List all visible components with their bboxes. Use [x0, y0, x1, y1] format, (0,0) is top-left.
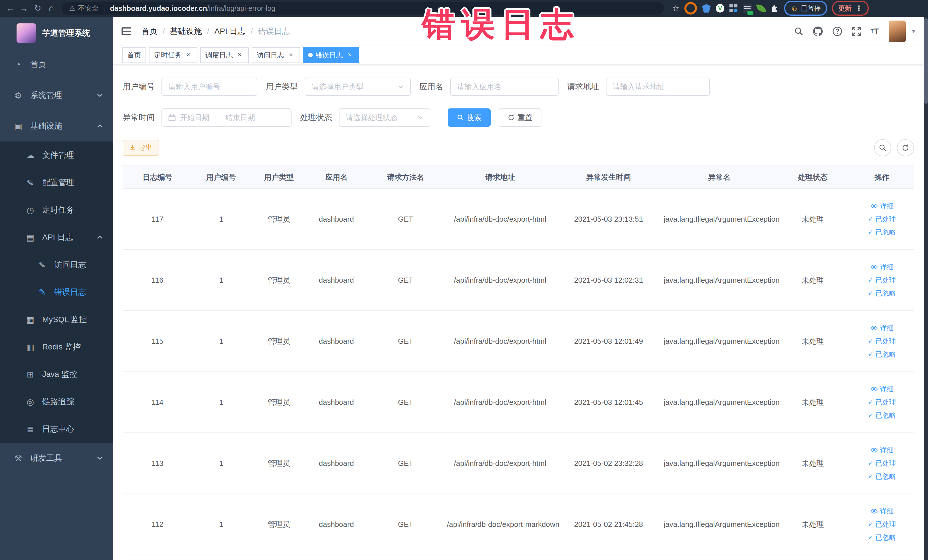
- cell-user_type: 管理员: [250, 311, 308, 372]
- avatar-caret-icon[interactable]: ▾: [912, 27, 915, 35]
- forward-icon[interactable]: →: [17, 2, 31, 15]
- sidebar-item-home[interactable]: ◔首页: [0, 49, 113, 80]
- page-scrollbar[interactable]: [924, 17, 928, 560]
- extension-switch-icon[interactable]: [743, 4, 752, 12]
- detail-link[interactable]: 详细: [850, 262, 913, 272]
- infrastructure-icon: ▣: [13, 121, 23, 131]
- cloud-icon: ☁: [25, 150, 35, 160]
- breadcrumb-item: 错误日志: [258, 26, 290, 37]
- close-icon[interactable]: ×: [346, 51, 354, 59]
- processed-link[interactable]: ✓已处理: [850, 520, 913, 529]
- ignored-link[interactable]: ✓已忽略: [850, 350, 913, 359]
- column-header: 操作: [850, 166, 914, 189]
- sidebar-item-access-log[interactable]: ✎访问日志: [0, 251, 113, 278]
- tag-tab-访问日志[interactable]: 访问日志×: [252, 47, 300, 63]
- fullscreen-icon[interactable]: [852, 27, 861, 36]
- sidebar-item-config-management[interactable]: ✎配置管理: [0, 169, 113, 196]
- sidebar-item-trace[interactable]: ◎链路追踪: [0, 388, 113, 415]
- user-id-input[interactable]: [162, 78, 257, 96]
- search-icon[interactable]: [794, 27, 803, 36]
- back-icon[interactable]: ←: [3, 2, 17, 15]
- processed-link[interactable]: ✓已处理: [850, 398, 913, 407]
- tag-tab-定时任务[interactable]: 定时任务×: [149, 47, 197, 63]
- user-avatar[interactable]: [888, 21, 906, 42]
- table-row: 1151管理员dashboardGET/api/infra/db-doc/exp…: [123, 311, 914, 372]
- app-name-input[interactable]: [450, 78, 559, 96]
- ignored-link[interactable]: ✓已忽略: [850, 472, 913, 481]
- sidebar-item-redis-monitor[interactable]: ▥Redis 监控: [0, 333, 113, 360]
- kebab-menu-icon[interactable]: ⋮: [856, 4, 862, 12]
- browser-update-button[interactable]: 更新 ⋮: [832, 1, 868, 16]
- ignored-link[interactable]: ✓已忽略: [850, 533, 913, 542]
- home-icon[interactable]: ⌂: [44, 2, 58, 15]
- sidebar-item-system-management[interactable]: ⚙系统管理: [0, 80, 113, 111]
- sidebar-item-dev-tools[interactable]: ⚒研发工具: [0, 443, 113, 473]
- extension-shield-icon[interactable]: [702, 4, 711, 12]
- address-bar[interactable]: ⚠ 不安全 dashboard.yudao.iocoder.cn/infra/l…: [62, 2, 664, 15]
- processed-link[interactable]: ✓已处理: [850, 215, 913, 224]
- close-icon[interactable]: ×: [236, 51, 244, 59]
- reset-button[interactable]: 重置: [499, 108, 542, 127]
- start-date-placeholder[interactable]: 开始日期: [180, 113, 209, 123]
- breadcrumb-item[interactable]: 基础设施: [170, 26, 202, 37]
- reload-icon[interactable]: ↻: [31, 2, 44, 15]
- ignored-link[interactable]: ✓已忽略: [850, 289, 913, 298]
- breadcrumb-item[interactable]: 首页: [142, 26, 157, 37]
- ignored-link[interactable]: ✓已忽略: [850, 411, 913, 420]
- detail-link[interactable]: 详细: [850, 385, 913, 394]
- font-size-icon[interactable]: TT: [871, 26, 879, 36]
- paused-extension-chip[interactable]: ☺ 已暂停: [784, 1, 827, 16]
- tag-tab-首页[interactable]: 首页: [122, 47, 146, 63]
- sidebar-item-log-center[interactable]: ≣日志中心: [0, 415, 113, 443]
- detail-link[interactable]: 详细: [850, 446, 913, 455]
- app-logo-row[interactable]: 芋道管理系统: [0, 17, 113, 49]
- processed-link[interactable]: ✓已处理: [850, 337, 913, 346]
- breadcrumb-separator: /: [250, 27, 253, 36]
- sidebar-item-error-log[interactable]: ✎错误日志: [0, 278, 113, 306]
- extension-grid-icon[interactable]: [730, 4, 738, 12]
- search-button[interactable]: 搜索: [448, 108, 491, 127]
- breadcrumb-item[interactable]: API 日志: [215, 26, 246, 37]
- user-type-select[interactable]: 请选择用户类型: [305, 78, 411, 96]
- sidebar-item-mysql-monitor[interactable]: ▦MySQL 监控: [0, 306, 113, 333]
- processed-link[interactable]: ✓已处理: [850, 276, 913, 285]
- cell-user_type: 管理员: [250, 433, 308, 494]
- detail-link[interactable]: 详细: [850, 201, 913, 211]
- sidebar-item-file-management[interactable]: ☁文件管理: [0, 142, 113, 169]
- extension-orange-icon[interactable]: [684, 2, 697, 15]
- sidebar-item-java-monitor[interactable]: ⊞Java 监控: [0, 360, 113, 388]
- close-icon[interactable]: ×: [287, 51, 295, 59]
- security-label[interactable]: 不安全: [78, 4, 99, 13]
- close-icon[interactable]: ×: [184, 51, 192, 59]
- cell-app: dashboard: [308, 189, 365, 250]
- select-placeholder: 请选择用户类型: [311, 82, 363, 92]
- ignored-link[interactable]: ✓已忽略: [850, 227, 913, 237]
- refresh-icon[interactable]: [897, 139, 914, 156]
- extension-v-icon[interactable]: V: [716, 4, 724, 12]
- sidebar-item-api-log[interactable]: ▤API 日志: [0, 224, 113, 251]
- export-button[interactable]: 导出: [123, 140, 159, 156]
- bookmark-star-icon[interactable]: ☆: [672, 4, 679, 13]
- extension-sprout-icon[interactable]: [756, 3, 766, 14]
- detail-link[interactable]: 详细: [850, 323, 913, 333]
- extensions-puzzle-icon[interactable]: [771, 4, 779, 12]
- date-range-picker[interactable]: 开始日期 - 结束日期: [162, 108, 292, 127]
- tag-tab-调度日志[interactable]: 调度日志×: [200, 47, 249, 63]
- toggle-search-icon[interactable]: [874, 139, 891, 156]
- scrollbar-thumb[interactable]: [924, 18, 928, 104]
- cell-method: GET: [365, 494, 446, 555]
- cell-status: 未处理: [776, 372, 850, 433]
- cell-exception: java.lang.IllegalArgumentException: [663, 494, 776, 555]
- tag-tab-错误日志[interactable]: 错误日志×: [303, 47, 359, 63]
- github-icon[interactable]: [813, 26, 823, 36]
- detail-link[interactable]: 详细: [850, 507, 913, 516]
- request-url-input[interactable]: [606, 78, 710, 96]
- help-icon[interactable]: [832, 26, 842, 36]
- hamburger-icon[interactable]: [122, 27, 132, 36]
- sidebar-item-scheduled-tasks[interactable]: ◷定时任务: [0, 196, 113, 224]
- end-date-placeholder[interactable]: 结束日期: [225, 113, 255, 123]
- filter-label: 处理状态: [300, 112, 332, 123]
- sidebar-item-infrastructure[interactable]: ▣基础设施: [0, 111, 113, 142]
- processed-link[interactable]: ✓已处理: [850, 459, 913, 468]
- process-status-select[interactable]: 请选择处理状态: [339, 108, 430, 127]
